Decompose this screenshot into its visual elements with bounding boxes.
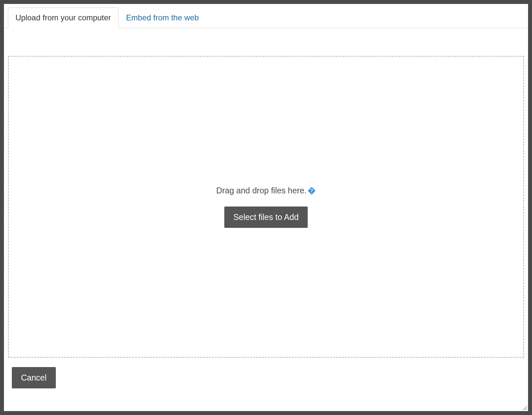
help-icon[interactable]: ?: [307, 186, 316, 195]
upload-modal: Upload from your computer Embed from the…: [4, 4, 528, 411]
cancel-button[interactable]: Cancel: [12, 367, 56, 388]
file-dropzone[interactable]: Drag and drop files here. ? Select files…: [8, 56, 524, 358]
dropzone-instruction-text: Drag and drop files here.: [216, 186, 306, 195]
tab-embed-from-web[interactable]: Embed from the web: [119, 8, 206, 28]
select-files-button[interactable]: Select files to Add: [224, 207, 308, 228]
modal-footer: Cancel: [8, 358, 524, 398]
dropzone-instruction-row: Drag and drop files here. ?: [216, 186, 316, 195]
tab-bar: Upload from your computer Embed from the…: [4, 4, 528, 28]
tab-upload-from-computer[interactable]: Upload from your computer: [8, 8, 119, 28]
modal-body: Drag and drop files here. ? Select files…: [4, 28, 528, 411]
svg-text:?: ?: [310, 188, 313, 193]
